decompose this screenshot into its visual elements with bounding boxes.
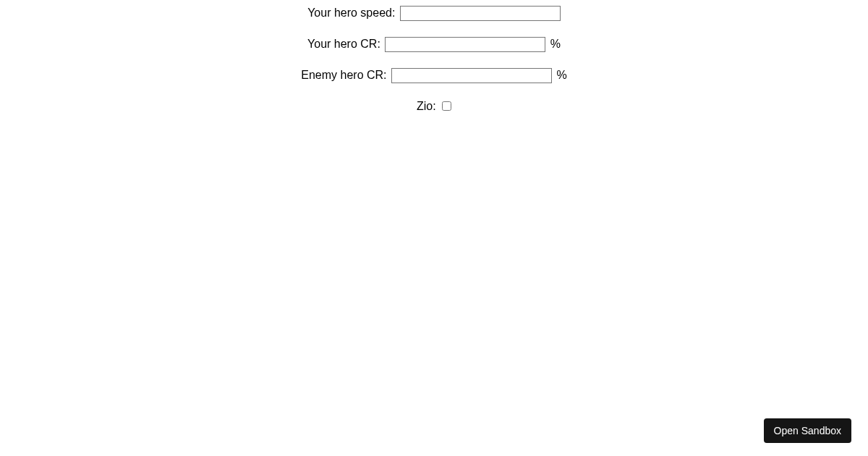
- enemy-cr-suffix: %: [556, 69, 566, 81]
- enemy-cr-label: Enemy hero CR:: [301, 69, 386, 81]
- zio-checkbox[interactable]: [442, 101, 451, 111]
- enemy-cr-input[interactable]: [391, 68, 552, 83]
- hero-speed-row: Your hero speed:: [0, 6, 868, 21]
- hero-speed-label: Your hero speed:: [307, 7, 395, 19]
- your-cr-row: Your hero CR: %: [0, 37, 868, 52]
- zio-row: Zio:: [0, 99, 868, 113]
- your-cr-suffix: %: [550, 38, 561, 50]
- your-cr-label: Your hero CR:: [307, 38, 380, 50]
- calculator-form: Your hero speed: Your hero CR: % Enemy h…: [0, 0, 868, 113]
- your-cr-input[interactable]: [385, 37, 545, 52]
- enemy-cr-row: Enemy hero CR: %: [0, 68, 868, 83]
- zio-label: Zio:: [417, 100, 436, 112]
- hero-speed-input[interactable]: [400, 6, 561, 21]
- open-sandbox-button[interactable]: Open Sandbox: [764, 418, 851, 443]
